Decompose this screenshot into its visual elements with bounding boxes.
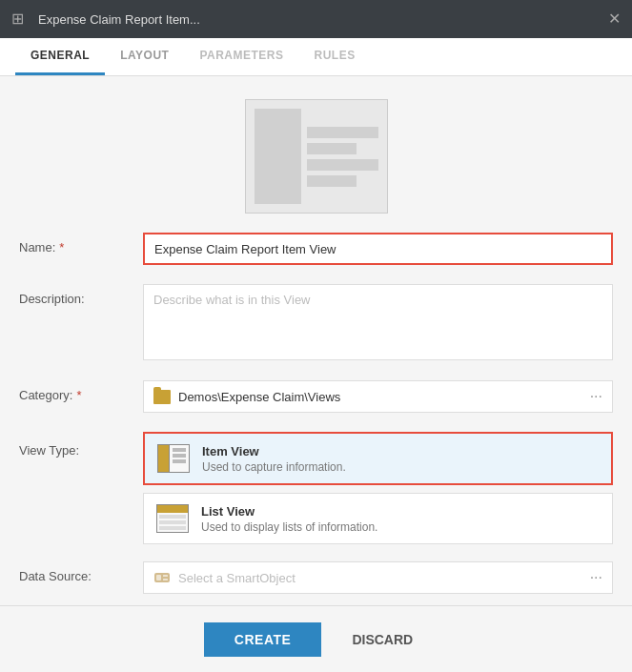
view-option-list[interactable]: List View Used to display lists of infor… bbox=[143, 493, 613, 544]
name-label: Name: * bbox=[19, 233, 143, 255]
data-source-ellipsis-button[interactable]: ··· bbox=[590, 569, 602, 586]
description-control bbox=[143, 284, 613, 363]
list-view-title: List View bbox=[201, 504, 377, 519]
layout-right-panel bbox=[307, 109, 377, 204]
close-icon[interactable]: ✕ bbox=[608, 11, 621, 27]
category-ellipsis-button[interactable]: ··· bbox=[590, 388, 602, 405]
preview-box bbox=[245, 99, 388, 214]
category-control: Demos\Expense Claim\Views ··· bbox=[143, 380, 613, 413]
tab-bar: GENERAL LAYOUT PARAMETERS RULES bbox=[0, 38, 632, 76]
list-data-row-3 bbox=[159, 526, 186, 530]
tab-parameters: PARAMETERS bbox=[184, 38, 298, 75]
layout-preview-icon bbox=[255, 109, 378, 204]
svg-rect-1 bbox=[156, 575, 161, 580]
layout-line-3 bbox=[307, 159, 377, 171]
view-type-row: View Type: bbox=[19, 432, 613, 544]
category-row: Category: * Demos\Expense Claim\Views ··… bbox=[19, 380, 613, 415]
category-inner: Demos\Expense Claim\Views bbox=[153, 390, 340, 404]
svg-rect-3 bbox=[163, 579, 168, 580]
item-view-line-1 bbox=[173, 448, 186, 452]
preview-area bbox=[0, 76, 632, 233]
tab-rules: RULES bbox=[299, 38, 371, 75]
list-data-row-2 bbox=[159, 520, 186, 524]
discard-button[interactable]: DISCARD bbox=[336, 622, 428, 657]
list-view-icon-wrapper bbox=[155, 503, 190, 534]
name-required: * bbox=[59, 240, 64, 255]
item-view-icon bbox=[157, 444, 190, 473]
view-type-label: View Type: bbox=[19, 432, 143, 458]
list-header-row bbox=[157, 505, 188, 513]
main-content: Name: * Description: Category: * bbox=[0, 76, 632, 672]
svg-rect-2 bbox=[163, 575, 168, 577]
name-row: Name: * bbox=[19, 233, 613, 267]
create-button[interactable]: CREATE bbox=[204, 622, 322, 657]
item-view-line-2 bbox=[173, 454, 186, 458]
description-row: Description: bbox=[19, 284, 613, 363]
data-source-placeholder: Select a SmartObject bbox=[178, 571, 296, 585]
item-view-left-col bbox=[158, 445, 170, 472]
layout-line-1 bbox=[307, 127, 377, 138]
item-view-line-3 bbox=[173, 459, 186, 463]
form-area: Name: * Description: Category: * bbox=[0, 233, 632, 596]
item-view-description: Used to capture information. bbox=[202, 460, 346, 474]
window-title: Expense Claim Report Item... bbox=[38, 12, 200, 27]
description-label: Description: bbox=[19, 284, 143, 306]
item-view-text: Item View Used to capture information. bbox=[202, 444, 346, 474]
preview-inner bbox=[255, 109, 378, 204]
title-bar-left: ⊞ Expense Claim Report Item... bbox=[11, 10, 200, 29]
folder-icon bbox=[153, 390, 171, 404]
layout-left-panel bbox=[255, 109, 302, 204]
category-label: Category: * bbox=[19, 380, 143, 402]
view-type-options: Item View Used to capture information. bbox=[143, 432, 613, 544]
item-view-title: Item View bbox=[202, 444, 346, 458]
data-source-label: Data Source: bbox=[19, 561, 143, 583]
list-view-icon bbox=[156, 504, 189, 533]
list-data-rows bbox=[157, 513, 188, 532]
category-field[interactable]: Demos\Expense Claim\Views ··· bbox=[143, 380, 613, 413]
name-input[interactable] bbox=[143, 233, 613, 265]
list-view-description: Used to display lists of information. bbox=[201, 520, 377, 534]
item-view-icon-wrapper bbox=[156, 443, 191, 474]
title-bar: ⊞ Expense Claim Report Item... ✕ bbox=[0, 0, 632, 38]
data-source-control: Select a SmartObject ··· bbox=[143, 561, 613, 594]
description-input[interactable] bbox=[143, 284, 613, 360]
tab-layout[interactable]: LAYOUT bbox=[105, 38, 184, 75]
list-view-text: List View Used to display lists of infor… bbox=[201, 504, 377, 534]
tab-general[interactable]: GENERAL bbox=[15, 38, 105, 75]
data-source-row: Data Source: Select a SmartObj bbox=[19, 561, 613, 596]
layout-line-2 bbox=[307, 143, 357, 154]
bottom-bar: CREATE DISCARD bbox=[0, 605, 632, 672]
item-view-right-col bbox=[170, 445, 189, 472]
data-source-inner: Select a SmartObject bbox=[153, 569, 296, 586]
category-value: Demos\Expense Claim\Views bbox=[178, 390, 340, 404]
smartobject-icon bbox=[153, 569, 171, 586]
category-required: * bbox=[76, 388, 81, 402]
name-control bbox=[143, 233, 613, 265]
window-icon: ⊞ bbox=[11, 10, 31, 29]
view-option-item[interactable]: Item View Used to capture information. bbox=[143, 432, 613, 485]
list-data-row-1 bbox=[159, 515, 186, 519]
data-source-field[interactable]: Select a SmartObject ··· bbox=[143, 561, 613, 594]
layout-line-4 bbox=[307, 175, 357, 187]
